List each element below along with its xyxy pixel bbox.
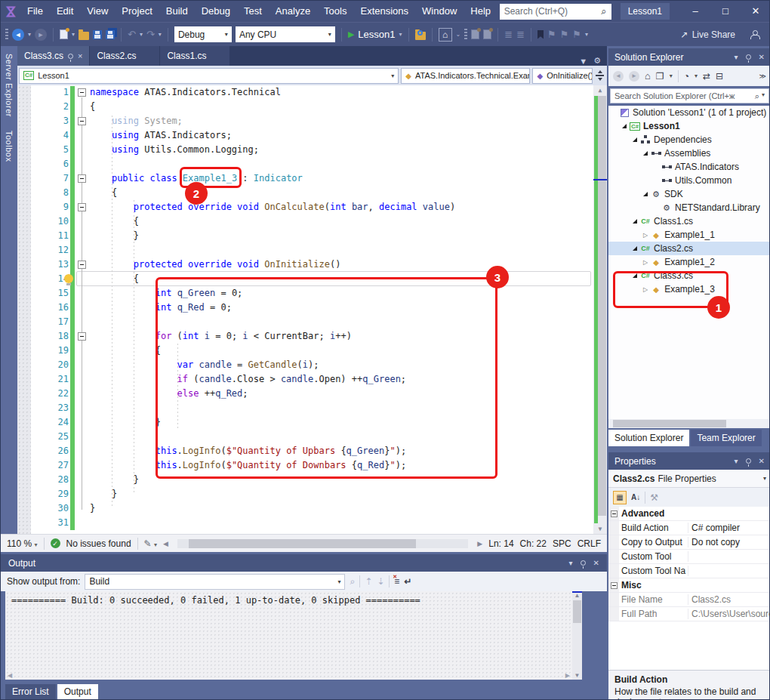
output-pin-icon[interactable] xyxy=(581,559,586,567)
tree-item-assemblies[interactable]: Assemblies xyxy=(608,146,770,160)
code-editor[interactable]: 1234567891011121314151617181920212223242… xyxy=(17,85,607,534)
output-dropdown-icon[interactable]: ▾ xyxy=(569,559,573,567)
tree-item-class1-cs[interactable]: C#Class1.cs xyxy=(608,214,770,228)
expanded-arrow-icon[interactable] xyxy=(633,219,637,224)
output-scroll-up-icon[interactable]: ▲ xyxy=(572,592,582,599)
line-number[interactable]: 20 xyxy=(31,358,69,372)
split-window-icon[interactable] xyxy=(595,69,605,82)
line-number[interactable]: 24 xyxy=(31,415,69,430)
server-explorer-vertical-tab[interactable]: Server Explorer xyxy=(5,54,14,117)
line-number[interactable]: 6 xyxy=(31,157,69,171)
fold-toggle-icon[interactable] xyxy=(78,117,86,125)
se-home-icon[interactable]: ⌂ xyxy=(645,70,651,82)
property-value[interactable]: Class2.cs xyxy=(688,594,770,605)
menu-item-view[interactable]: View xyxy=(80,1,115,22)
collapsed-arrow-icon[interactable]: ▷ xyxy=(643,232,648,239)
navigate-back-button[interactable]: ◄ xyxy=(12,29,24,41)
solution-platform-select[interactable]: Any CPU▾ xyxy=(236,26,335,42)
line-number[interactable]: 19 xyxy=(31,344,69,358)
line-number[interactable]: 31 xyxy=(31,516,69,530)
menu-item-analyze[interactable]: Analyze xyxy=(269,1,317,22)
toolbar-grip-2[interactable] xyxy=(464,29,467,41)
tab-options-gear-icon[interactable]: ⚙ xyxy=(593,56,601,66)
line-number[interactable]: 21 xyxy=(31,372,69,387)
menu-item-build[interactable]: Build xyxy=(159,1,195,22)
open-file-button[interactable] xyxy=(79,32,89,40)
output-content[interactable]: ========== Build: 0 succeeded, 0 failed,… xyxy=(5,591,582,680)
line-number[interactable]: 30 xyxy=(31,501,69,516)
se-collapse-all-icon[interactable]: ⊟ xyxy=(716,71,723,82)
menu-item-test[interactable]: Test xyxy=(237,1,269,22)
code-line[interactable]: { xyxy=(90,214,139,229)
se-pending-dropdown-icon[interactable]: ▾ xyxy=(695,72,698,79)
maximize-button[interactable]: □ xyxy=(710,1,741,22)
tree-item-class3-cs[interactable]: C#Class3.cs xyxy=(608,269,770,282)
output-hscroll-left-icon[interactable]: ◀ xyxy=(8,672,12,679)
se-horizontal-scrollbar[interactable] xyxy=(608,419,770,428)
code-line[interactable]: var candle = GetCandle(i); xyxy=(90,358,319,372)
code-line[interactable]: } xyxy=(90,473,139,487)
tree-item-sdk[interactable]: ⚙SDK xyxy=(608,187,770,201)
solution-explorer-dropdown-icon[interactable]: ▾ xyxy=(735,53,738,61)
editor-vertical-scrollbar[interactable]: ▲ ▼ xyxy=(593,85,607,534)
code-line[interactable]: } xyxy=(90,487,117,501)
output-scroll-down-icon[interactable]: ▼ xyxy=(572,672,582,679)
prev-message-icon[interactable]: ⇡ xyxy=(365,576,372,587)
start-debugging-icon[interactable]: ▶ xyxy=(348,29,354,39)
code-line[interactable]: int q_Green = 0; xyxy=(90,286,242,301)
save-all-button[interactable] xyxy=(106,30,115,39)
expanded-arrow-icon[interactable] xyxy=(643,151,648,156)
feedback-person-icon[interactable] xyxy=(750,30,759,39)
type-nav-select[interactable]: ◆ ATAS.Indicators.Technical.Example1_3▾ xyxy=(401,68,530,84)
code-line[interactable]: this.LogInfo($"Quantity of Upbars {q_Gre… xyxy=(90,444,406,458)
toolbar-grip[interactable] xyxy=(5,29,8,41)
code-line[interactable]: protected override void OnInitialize() xyxy=(90,257,340,272)
property-row-file-name[interactable]: File NameClass2.cs xyxy=(608,593,770,607)
tree-item-lesson1[interactable]: C#Lesson1 xyxy=(608,119,770,133)
solution-configuration-select[interactable]: Debug▾ xyxy=(174,26,232,42)
line-number[interactable]: 18 xyxy=(31,329,69,344)
hscroll-thumb[interactable] xyxy=(189,539,416,548)
line-number[interactable]: 27 xyxy=(31,458,69,473)
code-line[interactable]: { xyxy=(90,100,95,114)
line-number[interactable]: 28 xyxy=(31,473,69,487)
collapsed-arrow-icon[interactable]: ▷ xyxy=(643,259,648,266)
line-number[interactable]: 2 xyxy=(31,100,69,114)
menu-item-help[interactable]: Help xyxy=(464,1,497,22)
fold-toggle-icon[interactable] xyxy=(78,203,86,211)
start-debugging-button[interactable]: Lesson1 xyxy=(358,29,395,40)
clear-bookmarks-icon[interactable]: ⚑ xyxy=(572,29,581,40)
properties-dropdown-icon[interactable]: ▾ xyxy=(735,457,738,465)
tab-team-explorer[interactable]: Team Explorer xyxy=(691,430,761,446)
code-cleanup-icon[interactable]: ✎ ▾ xyxy=(144,538,157,549)
code-line[interactable]: else ++q_Red; xyxy=(90,387,248,401)
hscroll-left-icon[interactable]: ◀ xyxy=(163,540,168,547)
se-toolbar-overflow-icon[interactable]: ≫ xyxy=(759,72,766,80)
code-line[interactable]: for (int i = 0; i < CurrentBar; i++) xyxy=(90,329,352,344)
categorized-view-icon[interactable]: ▦ xyxy=(613,491,627,504)
line-number[interactable]: 9 xyxy=(31,200,69,214)
clear-all-icon[interactable]: ≡ xyxy=(394,576,399,587)
solution-search-input[interactable]: Search Solution Explorer (Ctrl+ж ⌕▾ xyxy=(610,88,769,103)
line-number[interactable]: 14 xyxy=(31,272,69,286)
property-row-build-action[interactable]: Build ActionC# compiler xyxy=(608,521,770,535)
toolbar-overflow-icon[interactable]: ⌄ xyxy=(456,31,461,38)
line-number[interactable]: 12 xyxy=(31,243,69,257)
lightbulb-icon[interactable] xyxy=(64,274,73,283)
collapsed-arrow-icon[interactable]: ▷ xyxy=(643,286,648,293)
expanded-arrow-icon[interactable] xyxy=(633,273,637,278)
property-group-misc[interactable]: Misc xyxy=(608,578,770,593)
menu-item-project[interactable]: Project xyxy=(115,1,159,22)
code-line[interactable]: using Utils.Common.Logging; xyxy=(90,143,259,157)
line-number[interactable]: 11 xyxy=(31,229,69,243)
property-row-copy-to-output[interactable]: Copy to OutputDo not copy xyxy=(608,535,770,550)
tree-item-netstandard-library[interactable]: ⚙NETStandard.Library xyxy=(608,201,770,214)
line-number[interactable]: 4 xyxy=(31,128,69,143)
fold-toggle-icon[interactable] xyxy=(78,261,86,269)
hscroll-right-icon[interactable]: ▶ xyxy=(477,540,482,547)
find-message-icon[interactable]: ⌕ xyxy=(350,576,355,587)
line-number[interactable]: 22 xyxy=(31,387,69,401)
se-sync-icon[interactable]: ⇄ xyxy=(703,71,710,82)
code-line[interactable]: protected override void OnCalculate(int … xyxy=(90,200,455,214)
tree-item-utils-common[interactable]: Utils.Common xyxy=(608,174,770,187)
